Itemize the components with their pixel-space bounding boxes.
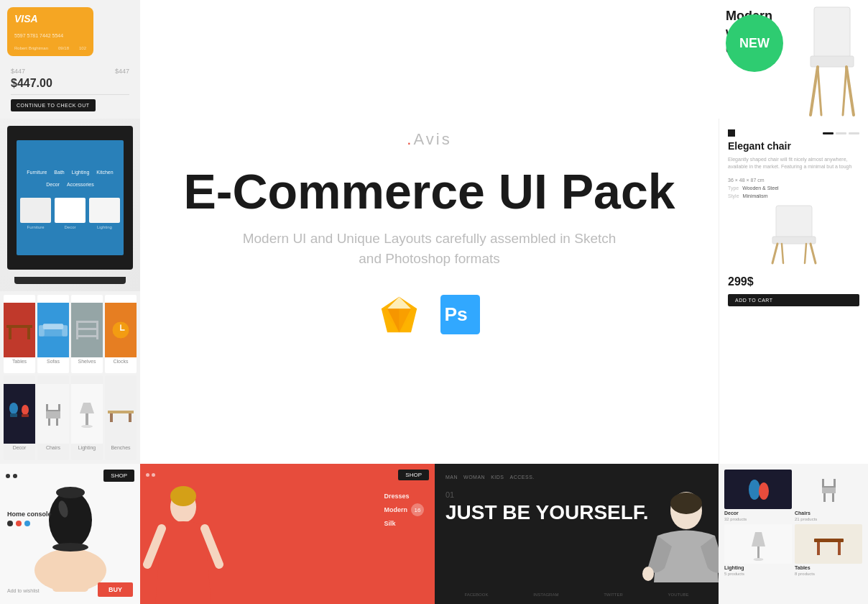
svg-point-68 bbox=[749, 480, 760, 500]
svg-line-57 bbox=[805, 244, 806, 263]
bottom-category-panel: Decor 32 products Chairs 21 products bbox=[719, 464, 868, 604]
svg-text:Ps: Ps bbox=[444, 303, 467, 324]
svg-rect-31 bbox=[814, 7, 850, 58]
new-badge: NEW bbox=[726, 14, 783, 72]
svg-line-54 bbox=[772, 244, 777, 263]
svg-rect-79 bbox=[814, 539, 844, 542]
svg-point-16 bbox=[22, 405, 29, 415]
cat-decor: Decor bbox=[11, 444, 28, 452]
svg-rect-30 bbox=[129, 413, 131, 422]
svg-rect-77 bbox=[757, 546, 760, 559]
svg-line-33 bbox=[811, 67, 818, 115]
svg-rect-28 bbox=[108, 411, 134, 413]
svg-rect-24 bbox=[56, 418, 58, 426]
sketch-icon bbox=[379, 295, 419, 334]
svg-rect-26 bbox=[86, 413, 88, 426]
svg-rect-6 bbox=[43, 324, 63, 329]
svg-point-48 bbox=[49, 491, 92, 549]
elegant-price: 299$ bbox=[728, 275, 859, 288]
svg-point-78 bbox=[753, 558, 763, 561]
visa-card: VISA 5597 5781 7442 5544 Robert Brightma… bbox=[7, 7, 93, 56]
svg-rect-75 bbox=[832, 493, 834, 502]
svg-point-49 bbox=[56, 487, 85, 498]
svg-point-59 bbox=[170, 486, 196, 506]
cat-chairs: Chairs bbox=[45, 444, 62, 452]
card-number: 5597 5781 7442 5544 bbox=[14, 33, 86, 38]
svg-rect-17 bbox=[10, 413, 17, 417]
svg-rect-80 bbox=[817, 542, 820, 555]
categories-panel: Tables Sofas bbox=[0, 291, 140, 464]
svg-rect-20 bbox=[46, 411, 60, 418]
nav-furniture[interactable]: Furniture bbox=[27, 170, 47, 175]
svg-rect-72 bbox=[822, 479, 824, 486]
svg-line-36 bbox=[843, 67, 846, 115]
dress-labels: Dresses Modern 16 Silk bbox=[384, 493, 425, 527]
elegant-chair-title: Elegant chair bbox=[728, 140, 859, 152]
new-badge-text: NEW bbox=[739, 36, 770, 51]
category-chairs: Chairs 21 products bbox=[795, 470, 862, 521]
furniture-nav-panel: Furniture Bath Lighting Kitchen Decor Ac… bbox=[0, 119, 140, 291]
jby-nav: MAN WOMAN KIDS ACCESS. bbox=[445, 475, 708, 480]
center-hero: .Avis E-Commerce UI Pack Modern UI and U… bbox=[140, 0, 719, 464]
category-lighting: Lighting 5 products bbox=[724, 524, 792, 576]
nav-kitchen[interactable]: Kitchen bbox=[96, 170, 113, 175]
svg-rect-8 bbox=[76, 328, 98, 330]
cat-tables: Tables bbox=[11, 357, 28, 365]
elegant-style: Minimalism bbox=[743, 193, 768, 198]
card-holder: Robert Brightman bbox=[14, 46, 48, 50]
format-icons: Ps bbox=[379, 295, 480, 334]
svg-line-55 bbox=[811, 244, 816, 263]
svg-point-69 bbox=[759, 482, 769, 500]
cat-shelves: Shelves bbox=[77, 357, 98, 365]
buy-button[interactable]: BUY bbox=[98, 582, 133, 597]
svg-point-50 bbox=[52, 543, 88, 552]
svg-line-34 bbox=[846, 67, 854, 115]
subtitle: Modern UI and Unique Layouts carefully a… bbox=[232, 229, 627, 270]
add-wishlist[interactable]: Add to wishlist bbox=[7, 588, 40, 593]
svg-marker-76 bbox=[752, 532, 765, 546]
svg-rect-70 bbox=[822, 486, 836, 488]
svg-rect-74 bbox=[823, 493, 826, 502]
cat-lighting: Lighting bbox=[77, 444, 98, 452]
shop-btn-red[interactable]: SHOP bbox=[398, 470, 429, 480]
svg-rect-23 bbox=[48, 418, 50, 426]
svg-rect-73 bbox=[834, 479, 836, 486]
svg-rect-81 bbox=[838, 542, 841, 555]
svg-rect-22 bbox=[58, 404, 60, 411]
elegant-type: Wooden & Steel bbox=[742, 186, 778, 191]
svg-point-66 bbox=[642, 567, 654, 581]
card-cvc: 102 bbox=[79, 46, 86, 50]
svg-rect-2 bbox=[27, 328, 30, 339]
svg-point-27 bbox=[81, 425, 93, 428]
elegant-chair-panel: Elegant chair Elegantly shaped chair wil… bbox=[719, 119, 868, 464]
vase-panel: SHOP Home console Add to wishlist bbox=[0, 464, 140, 604]
jby-social: FACEBOOK INSTAGRAM TWITTER YOUTUBE bbox=[435, 592, 719, 597]
card-expire: 09/18 bbox=[58, 46, 69, 50]
svg-rect-10 bbox=[76, 321, 78, 339]
nav-lighting[interactable]: Lighting bbox=[72, 170, 90, 175]
svg-rect-32 bbox=[811, 56, 854, 67]
svg-rect-53 bbox=[772, 237, 816, 244]
svg-rect-47 bbox=[52, 556, 88, 592]
svg-line-35 bbox=[818, 67, 821, 115]
svg-rect-71 bbox=[822, 488, 836, 493]
page-grid: VISA 5597 5781 7442 5544 Robert Brightma… bbox=[0, 0, 868, 604]
just-be-yourself-panel: MAN WOMAN KIDS ACCESS. 01 JUST BE YOURSE… bbox=[435, 464, 719, 604]
card-brand: VISA bbox=[14, 13, 86, 24]
nav-bath[interactable]: Bath bbox=[54, 170, 64, 175]
checkout-total: $447.00 bbox=[11, 77, 129, 90]
elegant-size: 36 × 48 × 87 cm bbox=[728, 178, 859, 183]
svg-marker-25 bbox=[80, 403, 94, 413]
nav-decor[interactable]: Decor bbox=[46, 182, 60, 187]
svg-rect-21 bbox=[46, 404, 48, 411]
logo-text: .Avis bbox=[407, 130, 451, 149]
checkout-button[interactable]: CONTINUE TO CHECK OUT bbox=[11, 99, 96, 111]
svg-rect-29 bbox=[110, 413, 113, 422]
svg-rect-52 bbox=[776, 206, 812, 238]
svg-rect-0 bbox=[6, 325, 32, 328]
add-to-cart-button[interactable]: ADD TO CART bbox=[728, 294, 859, 306]
cat-benches: Benches bbox=[109, 444, 131, 452]
nav-accessories[interactable]: Accessories bbox=[67, 182, 94, 187]
svg-rect-1 bbox=[9, 328, 11, 339]
home-console-label: Home console bbox=[7, 511, 52, 518]
